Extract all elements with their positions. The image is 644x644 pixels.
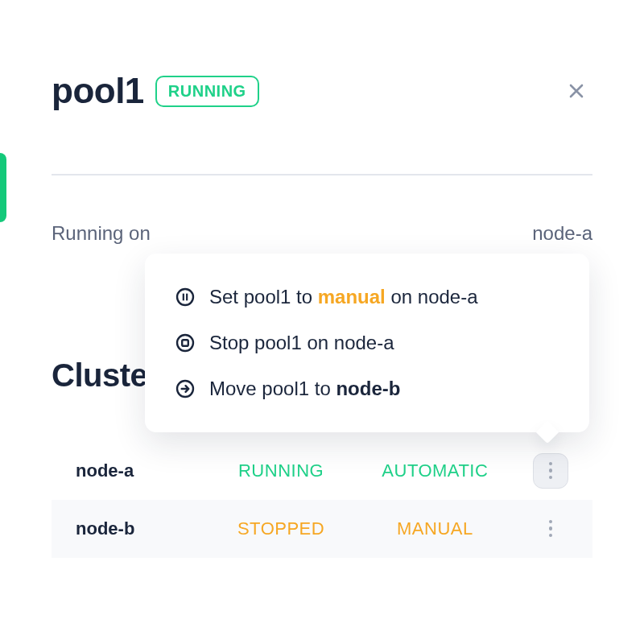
- status-badge: RUNNING: [155, 76, 259, 107]
- row-actions-button[interactable]: [533, 453, 568, 489]
- running-on-label: Running on: [52, 222, 151, 245]
- svg-rect-1: [183, 294, 184, 301]
- cluster-row-status: RUNNING: [204, 460, 357, 481]
- divider: [52, 174, 592, 175]
- close-button[interactable]: [560, 75, 592, 107]
- pause-icon: [174, 286, 196, 308]
- cluster-row-status: STOPPED: [204, 518, 357, 539]
- cluster-row: node-a RUNNING AUTOMATIC: [52, 442, 592, 500]
- running-on-node: node-a: [532, 222, 592, 245]
- arrow-right-circle-icon: [174, 378, 196, 400]
- cluster-row: node-b STOPPED MANUAL: [52, 500, 592, 558]
- row-actions-button[interactable]: [533, 511, 568, 547]
- close-icon: [567, 81, 586, 101]
- menu-item-label: Set pool1 to manual on node-a: [209, 286, 478, 309]
- cluster-row-node: node-a: [76, 460, 204, 481]
- panel-header: pool1 RUNNING: [52, 71, 592, 111]
- svg-rect-4: [182, 340, 188, 346]
- svg-point-3: [177, 335, 193, 351]
- svg-point-0: [177, 289, 193, 305]
- menu-item-stop[interactable]: Stop pool1 on node-a: [174, 320, 560, 366]
- cluster-row-node: node-b: [76, 518, 204, 539]
- dots-icon: [549, 520, 553, 524]
- dots-icon: [549, 462, 553, 466]
- stop-icon: [174, 332, 196, 354]
- menu-item-set-manual[interactable]: Set pool1 to manual on node-a: [174, 275, 560, 320]
- running-on-row: Running on node-a: [52, 222, 592, 245]
- row-actions-menu: Set pool1 to manual on node-a Stop pool1…: [145, 254, 589, 432]
- cluster-table: node-a RUNNING AUTOMATIC node-b STOPPED …: [52, 442, 592, 558]
- accent-bar: [0, 153, 6, 222]
- menu-item-label: Stop pool1 on node-a: [209, 332, 394, 355]
- menu-item-label: Move pool1 to node-b: [209, 378, 400, 401]
- cluster-row-mode: AUTOMATIC: [358, 460, 512, 481]
- cluster-row-mode: MANUAL: [358, 518, 512, 539]
- menu-item-move[interactable]: Move pool1 to node-b: [174, 366, 560, 412]
- pool-title: pool1: [52, 71, 144, 111]
- svg-rect-2: [186, 294, 188, 301]
